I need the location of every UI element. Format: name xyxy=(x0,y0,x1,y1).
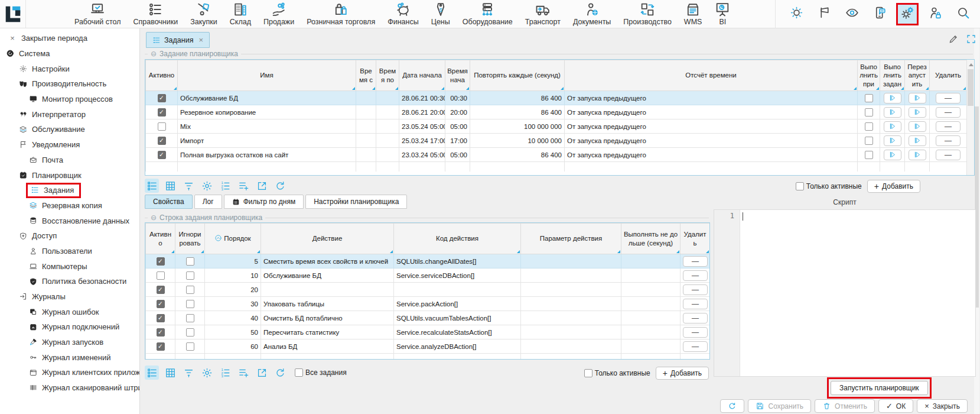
menu-item-6[interactable]: Финансы xyxy=(385,0,421,28)
menu-item-12[interactable]: WMS xyxy=(682,0,705,28)
brightness-button[interactable] xyxy=(785,3,808,25)
menu-item-1[interactable]: Справочники xyxy=(131,0,180,28)
active-checkbox[interactable] xyxy=(158,122,166,131)
sidebar-item-21[interactable]: Журнал изменений xyxy=(0,350,139,365)
restart-task-button[interactable] xyxy=(909,93,926,104)
column-header-name[interactable]: Имя xyxy=(178,60,356,91)
sidebar-item-19[interactable]: Журнал подключений xyxy=(0,319,139,335)
user-lock-button[interactable] xyxy=(924,3,946,25)
close-button[interactable]: × Закрыть xyxy=(917,399,968,413)
detail-tab-3[interactable]: Настройки планировщика xyxy=(305,195,407,209)
ignore-checkbox[interactable] xyxy=(186,314,194,322)
tasks-scrollbar-thumb[interactable] xyxy=(968,69,974,106)
cell-name[interactable]: Резервное копирование xyxy=(178,105,356,119)
cell-start_date[interactable]: 23.05.24 05:00 xyxy=(399,119,445,134)
cell-time_to[interactable] xyxy=(376,119,399,134)
open-in-new-button[interactable] xyxy=(255,179,269,193)
cell-action[interactable]: Анализ БД xyxy=(261,339,394,354)
sidebar-item-6[interactable]: Обслуживание xyxy=(0,122,139,137)
cell-start_date[interactable]: 23.03.24 05:00 xyxy=(399,148,445,162)
cell-start_time[interactable]: 05:00 xyxy=(445,119,470,134)
ignore-checkbox[interactable] xyxy=(186,342,194,351)
exec-at-checkbox[interactable] xyxy=(865,94,873,102)
save-button[interactable]: Сохранить xyxy=(748,399,811,413)
tab-close-icon[interactable]: × xyxy=(198,35,203,44)
column-header-exec_task[interactable]: Выполнить задан xyxy=(880,60,905,91)
cell-start_time[interactable]: 00:30 xyxy=(445,91,470,105)
cell-name[interactable]: Полная выгрузка остатков на сайт xyxy=(178,148,356,162)
ignore-checkbox[interactable] xyxy=(186,257,194,266)
cell-max_time[interactable] xyxy=(621,339,681,354)
ignore-checkbox[interactable] xyxy=(186,328,194,337)
menu-item-0[interactable]: Рабочий стол xyxy=(72,0,123,28)
active-checkbox[interactable]: ✓ xyxy=(157,257,165,266)
cell-max_time[interactable] xyxy=(621,297,681,311)
cell-count_from[interactable]: От запуска предыдущего xyxy=(565,134,858,148)
sidebar-item-9[interactable]: Планировщик xyxy=(0,167,139,183)
flag-button[interactable] xyxy=(813,3,835,25)
sidebar-item-7[interactable]: Уведомления xyxy=(0,137,139,153)
detail-tab-0[interactable]: Свойства xyxy=(145,195,193,209)
feedback-button[interactable] xyxy=(868,3,891,25)
menu-item-13[interactable]: BI xyxy=(712,0,733,28)
active-checkbox[interactable]: ✓ xyxy=(158,151,166,159)
cell-param[interactable] xyxy=(521,269,621,283)
scroll-up-arrow[interactable] xyxy=(969,63,974,66)
cell-order[interactable]: 60 xyxy=(205,339,261,354)
delete-row-button[interactable]: — xyxy=(936,107,961,118)
cell-start_date[interactable]: 28.06.21 20:00 xyxy=(399,105,445,119)
delete-row-button[interactable]: — xyxy=(683,284,708,295)
cell-start_date[interactable]: 28.06.21 00:30 xyxy=(399,91,445,105)
cell-param[interactable] xyxy=(521,283,621,297)
cell-time_from[interactable] xyxy=(356,105,376,119)
delete-row-button[interactable]: — xyxy=(936,121,961,132)
active-checkbox[interactable]: ✓ xyxy=(157,314,165,322)
numbered-list-button[interactable]: 123 xyxy=(218,366,232,380)
delete-row-button[interactable]: — xyxy=(936,150,961,160)
sidebar-item-13[interactable]: Доступ xyxy=(0,228,139,244)
cell-start_time[interactable]: 05:00 xyxy=(445,148,470,162)
sidebar-item-0[interactable]: ×Закрытие периода xyxy=(0,31,139,46)
sidebar-item-22[interactable]: Журнал клиентских приложений xyxy=(0,365,139,380)
cell-action[interactable]: Пересчитать статистику xyxy=(261,325,394,339)
only-active-checkbox-2[interactable]: Только активные xyxy=(584,369,650,377)
column-header-time_to[interactable]: Время по xyxy=(376,60,399,91)
cell-param[interactable] xyxy=(521,297,621,311)
checkbox-icon[interactable] xyxy=(796,182,804,190)
sidebar-item-11[interactable]: Резервная копия xyxy=(0,198,139,214)
sidebar-item-4[interactable]: Монитор процессов xyxy=(0,92,139,107)
sidebar-item-14[interactable]: Пользователи xyxy=(0,244,139,259)
cell-name[interactable]: Импорт xyxy=(178,134,356,148)
delete-row-button[interactable]: — xyxy=(683,299,708,309)
cell-param[interactable] xyxy=(521,325,621,339)
column-header-exec_at[interactable]: Выполнить при xyxy=(858,60,880,91)
menu-item-8[interactable]: Оборудование xyxy=(460,0,515,28)
sidebar-item-2[interactable]: Настройки xyxy=(0,61,139,76)
menu-item-3[interactable]: Склад xyxy=(227,0,253,28)
active-checkbox[interactable] xyxy=(157,271,165,280)
active-checkbox[interactable]: ✓ xyxy=(157,300,165,308)
delete-row-button[interactable]: — xyxy=(683,327,708,338)
column-header-repeat_every[interactable]: Повторять каждые (секунд) xyxy=(470,60,565,91)
cell-repeat_every[interactable]: 86 400 xyxy=(470,148,565,162)
edit-pencil-icon[interactable] xyxy=(948,34,959,44)
collapse-icon[interactable]: ⊖ xyxy=(151,50,157,57)
cell-order[interactable]: 5 xyxy=(205,254,261,269)
menu-item-11[interactable]: Производство xyxy=(621,0,674,28)
sidebar-item-20[interactable]: Журнал запусков xyxy=(0,335,139,350)
grid-button[interactable] xyxy=(163,366,177,380)
cell-time_to[interactable] xyxy=(376,148,399,162)
cell-max_time[interactable] xyxy=(621,311,681,325)
sidebar-item-10[interactable]: Задания xyxy=(0,183,139,198)
column-header-del[interactable]: Удалить xyxy=(930,60,967,91)
add-task-button[interactable]: + Добавить xyxy=(867,180,920,193)
column-header-restart[interactable]: Перезапустить xyxy=(905,60,930,91)
menu-item-10[interactable]: Документы xyxy=(571,0,613,28)
delete-row-button[interactable]: — xyxy=(936,93,961,104)
cell-count_from[interactable]: От запуска предыдущего xyxy=(565,91,858,105)
cell-time_from[interactable] xyxy=(356,148,376,162)
ignore-checkbox[interactable] xyxy=(186,300,194,308)
checkbox-icon[interactable] xyxy=(584,369,592,377)
active-checkbox[interactable]: ✓ xyxy=(158,94,166,102)
column-header-action[interactable]: Действие xyxy=(261,224,394,254)
